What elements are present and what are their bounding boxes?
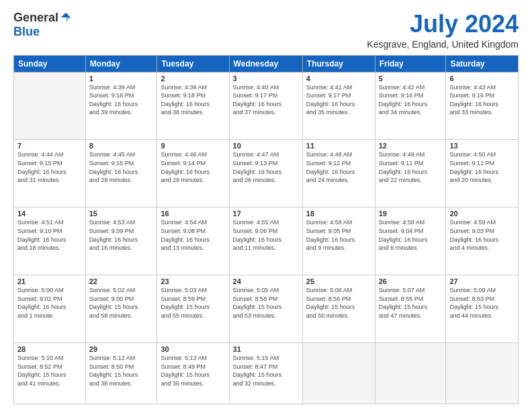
logo: General Blue [13, 11, 72, 39]
header-saturday: Saturday [446, 55, 519, 72]
svg-marker-0 [61, 12, 71, 17]
header-tuesday: Tuesday [157, 55, 229, 72]
day-number: 11 [306, 142, 371, 150]
day-number: 15 [89, 210, 154, 218]
day-info: Sunrise: 4:45 AM Sunset: 9:15 PM Dayligh… [89, 150, 154, 184]
day-info: Sunrise: 4:41 AM Sunset: 9:17 PM Dayligh… [306, 83, 371, 117]
day-number: 8 [89, 142, 154, 150]
title-area: July 2024 Kesgrave, England, United King… [367, 11, 519, 50]
day-info: Sunrise: 5:02 AM Sunset: 9:00 PM Dayligh… [89, 286, 154, 320]
logo-blue: Blue [13, 25, 40, 39]
table-row: 17Sunrise: 4:55 AM Sunset: 9:06 PM Dayli… [229, 208, 302, 275]
day-info: Sunrise: 4:54 AM Sunset: 9:08 PM Dayligh… [161, 218, 225, 252]
location: Kesgrave, England, United Kingdom [367, 39, 519, 50]
header-sunday: Sunday [14, 55, 86, 72]
day-info: Sunrise: 4:48 AM Sunset: 9:12 PM Dayligh… [306, 150, 371, 184]
table-row: 19Sunrise: 4:58 AM Sunset: 9:04 PM Dayli… [375, 208, 446, 275]
day-info: Sunrise: 4:55 AM Sunset: 9:06 PM Dayligh… [233, 218, 299, 252]
page: General Blue July 2024 Kesgrave, England… [0, 0, 532, 411]
table-row: 16Sunrise: 4:54 AM Sunset: 9:08 PM Dayli… [157, 208, 229, 275]
day-number: 19 [379, 210, 443, 218]
table-row: 23Sunrise: 5:03 AM Sunset: 8:59 PM Dayli… [157, 275, 229, 343]
day-number: 21 [17, 277, 82, 285]
day-number: 29 [89, 345, 154, 353]
header-monday: Monday [85, 55, 157, 72]
table-row [14, 72, 86, 140]
day-info: Sunrise: 5:12 AM Sunset: 8:50 PM Dayligh… [89, 354, 154, 387]
table-row [302, 343, 375, 404]
day-number: 10 [233, 142, 299, 150]
month-title: July 2024 [367, 11, 519, 38]
table-row: 12Sunrise: 4:49 AM Sunset: 9:11 PM Dayli… [375, 140, 446, 208]
day-number: 12 [379, 142, 443, 150]
day-info: Sunrise: 4:59 AM Sunset: 9:03 PM Dayligh… [449, 218, 515, 252]
day-info: Sunrise: 4:58 AM Sunset: 9:04 PM Dayligh… [379, 218, 443, 252]
table-row: 14Sunrise: 4:51 AM Sunset: 9:10 PM Dayli… [14, 208, 86, 275]
table-row: 10Sunrise: 4:47 AM Sunset: 9:13 PM Dayli… [229, 140, 302, 208]
table-row: 29Sunrise: 5:12 AM Sunset: 8:50 PM Dayli… [85, 343, 157, 404]
table-row: 20Sunrise: 4:59 AM Sunset: 9:03 PM Dayli… [446, 208, 519, 275]
day-info: Sunrise: 5:15 AM Sunset: 8:47 PM Dayligh… [233, 354, 299, 387]
day-info: Sunrise: 4:40 AM Sunset: 9:17 PM Dayligh… [233, 83, 299, 117]
day-info: Sunrise: 4:51 AM Sunset: 9:10 PM Dayligh… [17, 218, 82, 252]
table-row: 21Sunrise: 5:00 AM Sunset: 9:02 PM Dayli… [14, 275, 86, 343]
day-info: Sunrise: 5:03 AM Sunset: 8:59 PM Dayligh… [161, 286, 225, 320]
day-number: 27 [449, 277, 515, 285]
day-number: 2 [161, 75, 225, 83]
table-row: 13Sunrise: 4:50 AM Sunset: 9:11 PM Dayli… [446, 140, 519, 208]
day-number: 16 [161, 210, 225, 218]
header: General Blue July 2024 Kesgrave, England… [13, 11, 519, 50]
day-number: 23 [161, 277, 225, 285]
day-info: Sunrise: 5:07 AM Sunset: 8:55 PM Dayligh… [379, 286, 443, 320]
table-row: 18Sunrise: 4:56 AM Sunset: 9:05 PM Dayli… [302, 208, 375, 275]
day-number: 1 [89, 75, 154, 83]
table-row: 11Sunrise: 4:48 AM Sunset: 9:12 PM Dayli… [302, 140, 375, 208]
table-row: 31Sunrise: 5:15 AM Sunset: 8:47 PM Dayli… [229, 343, 302, 404]
day-number: 31 [233, 345, 299, 353]
header-wednesday: Wednesday [229, 55, 302, 72]
table-row: 2Sunrise: 4:39 AM Sunset: 9:18 PM Daylig… [157, 72, 229, 140]
day-info: Sunrise: 5:00 AM Sunset: 9:02 PM Dayligh… [17, 286, 82, 320]
day-info: Sunrise: 4:56 AM Sunset: 9:05 PM Dayligh… [306, 218, 371, 252]
header-thursday: Thursday [302, 55, 375, 72]
day-info: Sunrise: 5:06 AM Sunset: 8:56 PM Dayligh… [306, 286, 371, 320]
table-row: 1Sunrise: 4:39 AM Sunset: 9:18 PM Daylig… [85, 72, 157, 140]
table-row: 26Sunrise: 5:07 AM Sunset: 8:55 PM Dayli… [375, 275, 446, 343]
day-info: Sunrise: 5:10 AM Sunset: 8:52 PM Dayligh… [17, 354, 82, 387]
day-info: Sunrise: 4:47 AM Sunset: 9:13 PM Dayligh… [233, 150, 299, 184]
day-info: Sunrise: 4:39 AM Sunset: 9:18 PM Dayligh… [89, 83, 154, 117]
header-friday: Friday [375, 55, 446, 72]
day-info: Sunrise: 4:44 AM Sunset: 9:15 PM Dayligh… [17, 150, 82, 184]
day-number: 25 [306, 277, 371, 285]
day-info: Sunrise: 4:43 AM Sunset: 9:16 PM Dayligh… [449, 83, 515, 117]
day-info: Sunrise: 5:09 AM Sunset: 8:53 PM Dayligh… [449, 286, 515, 320]
table-row: 7Sunrise: 4:44 AM Sunset: 9:15 PM Daylig… [14, 140, 86, 208]
day-number: 30 [161, 345, 225, 353]
header-row: Sunday Monday Tuesday Wednesday Thursday… [14, 55, 519, 72]
calendar-table: Sunday Monday Tuesday Wednesday Thursday… [13, 55, 519, 404]
day-number: 5 [379, 75, 443, 83]
table-row: 27Sunrise: 5:09 AM Sunset: 8:53 PM Dayli… [446, 275, 519, 343]
table-row: 4Sunrise: 4:41 AM Sunset: 9:17 PM Daylig… [302, 72, 375, 140]
day-number: 17 [233, 210, 299, 218]
day-info: Sunrise: 5:13 AM Sunset: 8:49 PM Dayligh… [161, 354, 225, 387]
day-info: Sunrise: 4:39 AM Sunset: 9:18 PM Dayligh… [161, 83, 225, 117]
table-row: 22Sunrise: 5:02 AM Sunset: 9:00 PM Dayli… [85, 275, 157, 343]
day-number: 24 [233, 277, 299, 285]
day-number: 3 [233, 75, 299, 83]
table-row: 30Sunrise: 5:13 AM Sunset: 8:49 PM Dayli… [157, 343, 229, 404]
day-number: 26 [379, 277, 443, 285]
table-row: 3Sunrise: 4:40 AM Sunset: 9:17 PM Daylig… [229, 72, 302, 140]
day-info: Sunrise: 4:50 AM Sunset: 9:11 PM Dayligh… [449, 150, 515, 184]
day-number: 4 [306, 75, 371, 83]
table-row: 15Sunrise: 4:53 AM Sunset: 9:09 PM Dayli… [85, 208, 157, 275]
day-info: Sunrise: 4:53 AM Sunset: 9:09 PM Dayligh… [89, 218, 154, 252]
table-row [446, 343, 519, 404]
day-number: 9 [161, 142, 225, 150]
day-number: 14 [17, 210, 82, 218]
table-row: 8Sunrise: 4:45 AM Sunset: 9:15 PM Daylig… [85, 140, 157, 208]
day-number: 7 [17, 142, 82, 150]
table-row: 25Sunrise: 5:06 AM Sunset: 8:56 PM Dayli… [302, 275, 375, 343]
logo-general: General [13, 11, 58, 25]
day-info: Sunrise: 4:46 AM Sunset: 9:14 PM Dayligh… [161, 150, 225, 184]
